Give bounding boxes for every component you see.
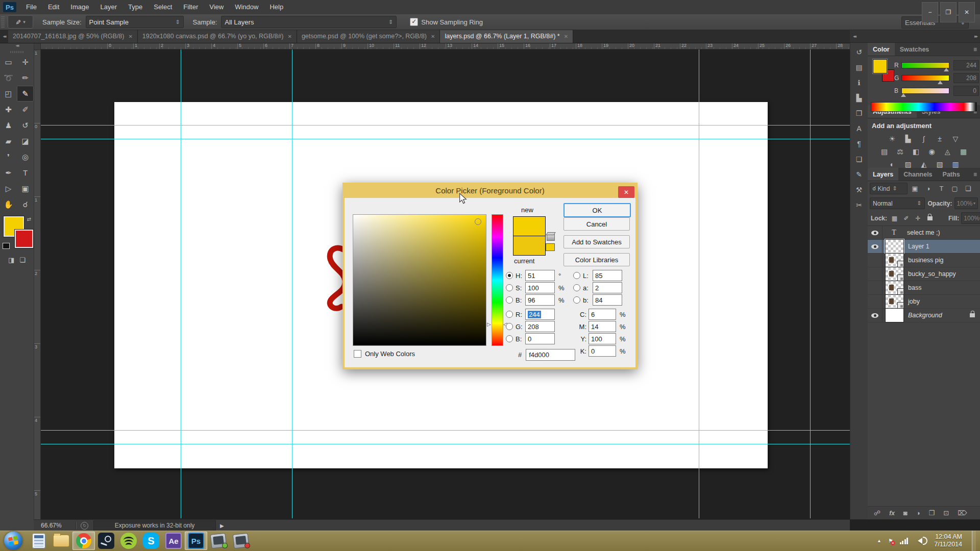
expand-panels-icon[interactable]: ▸▸ (974, 34, 977, 39)
radio-button[interactable] (506, 311, 513, 318)
panel-icon[interactable]: A (853, 123, 865, 134)
layer-thumbnail[interactable] (885, 281, 904, 295)
collapse-panels-icon[interactable]: ◂◂ (853, 34, 855, 39)
screen-recorder-icon[interactable] (230, 532, 252, 550)
channel-slider-thumb[interactable] (944, 65, 949, 71)
menu-item[interactable]: Type (122, 0, 148, 14)
quick-mask-icon[interactable]: ◨ (8, 256, 14, 264)
layer-action-icon[interactable]: ◑ (916, 509, 920, 517)
layer-row[interactable]: Layer 1 (868, 240, 980, 254)
color-libraries-button[interactable]: Color Libraries (564, 253, 630, 266)
menu-item[interactable]: Edit (42, 0, 65, 14)
value-input[interactable]: 51 (525, 270, 555, 281)
minimize-button[interactable]: − (922, 2, 938, 22)
layer-name[interactable]: Layer 1 (908, 243, 929, 250)
adjustment-icon[interactable]: ± (934, 134, 945, 143)
adjustment-icon[interactable]: ▤ (879, 146, 890, 156)
layer-action-icon[interactable]: ☍ (874, 509, 880, 517)
layer-filter-icon[interactable]: T (936, 183, 947, 194)
show-sampling-ring-checkbox[interactable]: ✓ (410, 18, 418, 26)
tool-button[interactable]: ◰ (0, 86, 17, 102)
menu-item[interactable]: Layer (95, 0, 123, 14)
panel-icon[interactable]: ▤ (853, 62, 865, 72)
radio-button[interactable] (506, 296, 513, 304)
menu-item[interactable]: Window (229, 0, 264, 14)
layer-effects-icon[interactable]: fx (889, 510, 895, 517)
value-input[interactable]: 14 (589, 321, 616, 332)
adjustment-icon[interactable]: ◉ (926, 146, 938, 156)
tab-close-icon[interactable]: ✕ (288, 34, 292, 39)
layer-name[interactable]: Background (908, 312, 942, 319)
background-color-swatch[interactable] (15, 230, 33, 248)
lock-icon[interactable]: ▦ (890, 214, 899, 222)
tool-button[interactable]: ❜ (0, 149, 17, 165)
layer-visibility-toggle[interactable] (868, 309, 883, 322)
panel-icon[interactable]: ❏ (853, 154, 865, 164)
zoom-level[interactable]: 66.67% (34, 522, 71, 529)
channel-slider-track[interactable] (901, 88, 949, 94)
add-to-swatches-button[interactable]: Add to Swatches (564, 235, 630, 248)
layer-filter-kind-dropdown[interactable]: ☌ Kind ⇕ (870, 183, 908, 194)
value-input[interactable]: 84 (593, 294, 622, 306)
layer-row[interactable]: joby (868, 295, 980, 309)
dialog-title-bar[interactable]: Color Picker (Foreground Color) (342, 183, 638, 198)
layer-action-icon[interactable]: ❐ (929, 509, 935, 517)
layer-name[interactable]: joby (908, 298, 920, 305)
tab-layers[interactable]: Layers (868, 168, 898, 181)
radio-button[interactable] (573, 296, 580, 304)
channel-slider-thumb[interactable] (901, 91, 906, 97)
status-message[interactable]: Exposure works in 32-bit only (93, 520, 216, 531)
layer-name[interactable]: bass (908, 284, 921, 291)
document-tab[interactable]: 980x551 canvas.psd @ 66.7% (yo yo, RGB… (138, 30, 297, 43)
tool-button[interactable]: ✚ (0, 102, 17, 117)
value-input[interactable]: 96 (525, 294, 555, 306)
tool-button[interactable]: ◎ (17, 149, 34, 165)
panel-icon[interactable]: ▙ (853, 93, 865, 103)
status-arrow-icon[interactable]: ▶ (220, 523, 224, 529)
steam-icon[interactable] (95, 532, 117, 550)
gamut-warning-cube-icon[interactable] (547, 234, 555, 241)
menu-item[interactable]: Help (264, 0, 289, 14)
swap-colors-icon[interactable]: ⇄ (27, 216, 31, 222)
channel-slider-track[interactable] (901, 62, 949, 68)
panel-icon[interactable]: ¶ (853, 139, 865, 149)
value-input[interactable]: 208 (525, 321, 555, 332)
channel-value[interactable]: 244 (953, 60, 979, 70)
tool-button[interactable]: ☌ (17, 196, 34, 212)
tool-button[interactable]: ▭ (0, 54, 17, 70)
layer-action-icon[interactable]: ⌦ (958, 509, 967, 517)
tool-button[interactable]: ✋ (0, 196, 17, 212)
tool-button[interactable]: ▣ (17, 181, 34, 196)
action-center-flag-icon[interactable]: ⚑ ✕ (888, 538, 893, 544)
menu-item[interactable]: File (20, 0, 42, 14)
adjustment-icon[interactable]: ◬ (942, 146, 953, 156)
layer-name[interactable]: bucky_so_happy (908, 270, 956, 278)
panel-icon[interactable]: ↺ (853, 47, 865, 57)
spotify-icon[interactable] (117, 532, 140, 550)
layer-visibility-toggle[interactable] (868, 226, 883, 239)
panel-icon[interactable]: ℹ (853, 78, 865, 88)
tool-button[interactable]: ✐ (17, 102, 34, 117)
hue-slider[interactable] (492, 214, 503, 346)
hex-input[interactable]: f4d000 (526, 349, 575, 361)
sample-dropdown[interactable]: All Layers ⇕ (221, 16, 397, 28)
tab-swatches[interactable]: Swatches (895, 43, 935, 56)
current-tool-dropdown[interactable]: ✎ ▾ (8, 15, 33, 29)
layer-visibility-toggle[interactable] (868, 295, 883, 308)
layer-row[interactable]: Background (868, 309, 980, 322)
current-color-swatch[interactable] (513, 236, 546, 256)
layer-row[interactable]: bass (868, 281, 980, 295)
channel-slider-thumb[interactable] (938, 78, 943, 84)
color-spectrum-ramp[interactable] (871, 102, 977, 112)
panel-menu-icon[interactable]: ≡ (970, 43, 980, 56)
layer-visibility-toggle[interactable] (868, 267, 883, 281)
document-tab[interactable]: getsome.psd @ 100% (get some?>, RGB/8) ✕ (297, 30, 440, 43)
restore-button[interactable]: ❐ (940, 2, 957, 22)
cancel-button[interactable]: Cancel (564, 217, 630, 231)
tab-close-icon[interactable]: ✕ (128, 34, 132, 39)
tool-button[interactable]: ✛ (17, 54, 34, 70)
collapse-tools-icon[interactable]: ◂◂ (0, 43, 34, 50)
value-input[interactable]: 2 (593, 282, 622, 293)
tool-button[interactable]: ↺ (17, 117, 34, 133)
adjustment-icon[interactable]: ▙ (902, 134, 914, 143)
